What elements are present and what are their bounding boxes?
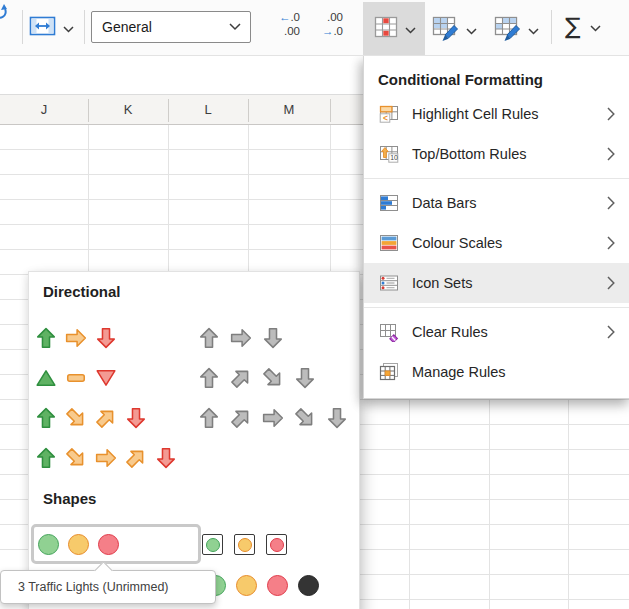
decimal-text: .00 bbox=[307, 11, 343, 25]
column-header-m[interactable]: M bbox=[248, 95, 330, 124]
menu-item-colour-scales[interactable]: Colour Scales bbox=[364, 223, 629, 263]
gray-down-icon bbox=[262, 327, 284, 349]
menu-item-manage-rules[interactable]: Manage Rules bbox=[364, 352, 629, 392]
icon-set-4-traffic-lights[interactable] bbox=[205, 575, 319, 596]
decimal-text: .0 bbox=[333, 25, 343, 37]
icon-set-3-triangles[interactable] bbox=[35, 367, 117, 389]
directional-section-header: Directional bbox=[43, 283, 121, 300]
sigma-icon: ∑ bbox=[565, 15, 581, 38]
rimmed-square bbox=[202, 534, 223, 555]
decrease-decimal-button[interactable]: .00 →.0 bbox=[307, 11, 343, 45]
decimal-text: .00 bbox=[264, 25, 300, 39]
icon-set-3-traffic-lights-rimmed[interactable] bbox=[202, 534, 287, 555]
gray-up-right-icon bbox=[225, 402, 256, 433]
menu-item-label: Data Bars bbox=[412, 195, 607, 211]
gray-up-icon bbox=[198, 327, 220, 349]
orange-right-icon bbox=[95, 447, 117, 469]
toolbar-separator bbox=[551, 10, 552, 44]
icon-set-3-arrows-colored[interactable] bbox=[35, 327, 117, 349]
conditional-formatting-button[interactable] bbox=[363, 2, 425, 55]
submenu-chevron-right-icon bbox=[607, 325, 615, 339]
clear-rules-icon bbox=[378, 322, 400, 342]
gray-right-icon bbox=[230, 327, 252, 349]
orange-down-right-icon bbox=[60, 402, 91, 433]
menu-item-icon-sets[interactable]: Icon Sets bbox=[364, 263, 629, 303]
conditional-formatting-menu: Conditional Formatting < Highlight Cell … bbox=[363, 56, 629, 399]
autosum-button[interactable]: ∑ bbox=[565, 15, 601, 38]
icon-set-5-arrows-colored[interactable] bbox=[35, 447, 177, 469]
cell-styles-button[interactable] bbox=[493, 14, 539, 45]
icon-set-4-arrows-colored[interactable] bbox=[35, 407, 147, 429]
icon-set-4-arrows-gray[interactable] bbox=[198, 367, 316, 389]
menu-item-label: Icon Sets bbox=[412, 275, 607, 291]
ribbon-toolbar: General ←.0 .00 .00 →.0 bbox=[0, 0, 629, 56]
column-header-l[interactable]: L bbox=[168, 95, 248, 124]
orange-down-right-icon bbox=[60, 442, 91, 473]
orange-right-icon bbox=[65, 327, 87, 349]
format-as-table-icon bbox=[431, 14, 460, 45]
chevron-down-icon bbox=[229, 23, 241, 31]
tooltip-text: 3 Traffic Lights (Unrimmed) bbox=[1, 580, 169, 594]
orange-up-right-icon bbox=[90, 402, 121, 433]
submenu-chevron-right-icon bbox=[607, 147, 615, 161]
chevron-down-icon bbox=[405, 20, 416, 38]
submenu-chevron-right-icon bbox=[607, 196, 615, 210]
icon-set-row bbox=[29, 407, 359, 429]
green-triangle-up-icon bbox=[35, 367, 57, 389]
gray-down-right-icon bbox=[257, 362, 288, 393]
increase-decimal-button[interactable]: ←.0 .00 bbox=[264, 11, 300, 45]
red-down-icon bbox=[155, 447, 177, 469]
menu-item-data-bars[interactable]: Data Bars bbox=[364, 183, 629, 223]
gray-down-right-icon bbox=[289, 402, 320, 433]
submenu-chevron-right-icon bbox=[607, 276, 615, 290]
cell-styles-icon bbox=[493, 14, 522, 45]
data-bars-icon bbox=[378, 193, 400, 213]
red-down-icon bbox=[125, 407, 147, 429]
menu-item-highlight-cell-rules[interactable]: < Highlight Cell Rules bbox=[364, 94, 629, 134]
gray-down-icon bbox=[326, 407, 348, 429]
gray-right-icon bbox=[262, 407, 284, 429]
format-as-table-button[interactable] bbox=[431, 14, 477, 45]
clipped-format-icon bbox=[0, 3, 9, 29]
column-header-j[interactable]: J bbox=[0, 95, 88, 124]
menu-item-clear-rules[interactable]: Clear Rules bbox=[364, 312, 629, 352]
icon-set-3-traffic-lights-unrimmed[interactable] bbox=[31, 524, 201, 564]
conditional-formatting-icon bbox=[373, 14, 399, 44]
menu-item-label: Clear Rules bbox=[412, 324, 607, 340]
traffic-light-red bbox=[270, 538, 284, 552]
traffic-light-orange bbox=[238, 538, 252, 552]
svg-text:10: 10 bbox=[390, 154, 398, 161]
merge-center-button[interactable] bbox=[29, 14, 74, 42]
green-up-icon bbox=[35, 447, 57, 469]
icon-sets-submenu: Directional Shapes bbox=[28, 271, 360, 609]
chevron-down-icon bbox=[63, 19, 74, 37]
submenu-chevron-right-icon bbox=[607, 236, 615, 250]
menu-title: Conditional Formatting bbox=[364, 56, 629, 94]
icon-set-row bbox=[29, 367, 359, 389]
gray-up-right-icon bbox=[225, 362, 256, 393]
traffic-light-green bbox=[206, 538, 220, 552]
icon-set-5-arrows-gray[interactable] bbox=[198, 407, 348, 429]
orange-dash-icon bbox=[65, 367, 87, 389]
column-header-k[interactable]: K bbox=[88, 95, 168, 124]
chevron-down-icon bbox=[590, 18, 601, 36]
menu-separator bbox=[364, 307, 629, 308]
orange-up-right-icon bbox=[120, 442, 151, 473]
column-separator bbox=[88, 99, 89, 122]
number-format-dropdown[interactable]: General bbox=[91, 11, 251, 43]
blue-left-arrow: ← bbox=[279, 11, 291, 23]
toolbar-separator bbox=[22, 10, 23, 44]
tooltip: 3 Traffic Lights (Unrimmed) bbox=[0, 570, 216, 604]
green-up-icon bbox=[35, 407, 57, 429]
traffic-light-orange bbox=[236, 575, 257, 596]
colour-scales-icon bbox=[378, 233, 400, 253]
toolbar-separator bbox=[84, 10, 85, 44]
menu-item-label: Highlight Cell Rules bbox=[412, 106, 607, 122]
chevron-down-icon bbox=[466, 21, 477, 39]
menu-item-top-bottom-rules[interactable]: 10 Top/Bottom Rules bbox=[364, 134, 629, 174]
icon-set-3-arrows-gray[interactable] bbox=[198, 327, 284, 349]
number-format-value: General bbox=[102, 19, 229, 35]
svg-text:<: < bbox=[383, 113, 388, 123]
gray-down-icon bbox=[294, 367, 316, 389]
icon-sets-icon bbox=[378, 273, 400, 293]
